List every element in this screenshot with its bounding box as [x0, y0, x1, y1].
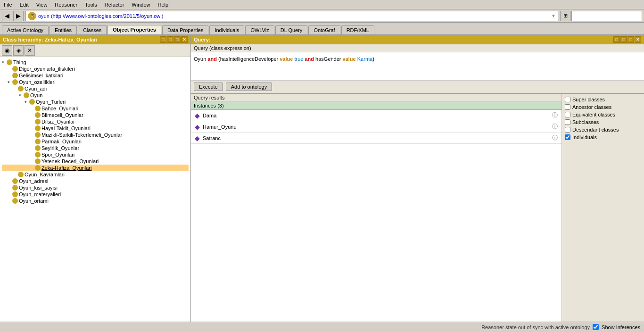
- tree-item-oyun_adr[interactable]: Oyun_adresi: [2, 178, 189, 184]
- results-header: Query results: [191, 94, 561, 102]
- checkbox-individuals[interactable]: Individuals: [565, 134, 641, 140]
- checkbox-subclasses[interactable]: Subclasses: [565, 119, 641, 125]
- tree-label-oyun_kav: Oyun_Kavramlari: [25, 172, 65, 177]
- panel-icon-1[interactable]: □: [160, 36, 166, 43]
- panel-icon-2[interactable]: □: [167, 36, 173, 43]
- query-input-area[interactable]: Oyun and (hasIntelligenceDeveloper value…: [191, 52, 644, 81]
- panel-header-icons: □ □ □ ✕: [160, 36, 188, 43]
- tab-owlviz[interactable]: OWLViz: [245, 25, 274, 34]
- tab-active-ontology[interactable]: Active Ontology: [2, 25, 49, 34]
- panel-toolbar: ◉ ◈ ✕: [0, 44, 190, 57]
- results-sidebar: Super classes Ancestor classes Equivalen…: [561, 94, 644, 322]
- checkbox-descendant-classes-input[interactable]: [565, 127, 570, 133]
- checkbox-super-classes[interactable]: Super classes: [565, 97, 641, 102]
- query-icon-3[interactable]: □: [627, 36, 634, 43]
- tree-item-thing[interactable]: ▾Thing: [2, 59, 189, 66]
- add-to-ontology-button[interactable]: Add to ontology: [226, 83, 272, 91]
- add-sibling-button[interactable]: ◈: [13, 45, 24, 56]
- instance-row-dama[interactable]: ◆ Dama ⓘ: [191, 110, 561, 121]
- instance-row-hamur[interactable]: ◆ Hamur_Oyunu ⓘ: [191, 121, 561, 133]
- tree-item-yetenek[interactable]: Yetenek-Beceri_Oyunlari: [2, 158, 189, 165]
- checkbox-descendant-classes-label: Descendant classes: [572, 127, 619, 133]
- query-header-icons: □ □ □ ✕: [613, 36, 641, 43]
- back-button[interactable]: ◀: [2, 11, 12, 21]
- tree-label-yetenek: Yetenek-Beceri_Oyunlari: [41, 158, 99, 164]
- tree-item-oyun_kisi[interactable]: Oyun_kisi_sayisi: [2, 184, 189, 191]
- menu-view[interactable]: View: [33, 1, 51, 8]
- tree-item-seyirlik[interactable]: Seyirlik_Oyunlar: [2, 145, 189, 151]
- tab-individuals[interactable]: Individuals: [209, 25, 244, 34]
- tab-data-properties[interactable]: Data Properties: [162, 25, 208, 34]
- query-icon-2[interactable]: □: [620, 36, 627, 43]
- instances-label: Instances (3): [194, 103, 224, 108]
- results-main: Query results Instances (3) ◆ Dama ⓘ ◆ H…: [191, 94, 561, 322]
- query-icon-4[interactable]: ✕: [635, 36, 641, 43]
- checkbox-subclasses-label: Subclasses: [572, 119, 599, 125]
- checkbox-subclasses-input[interactable]: [565, 119, 570, 125]
- forward-button[interactable]: ▶: [13, 11, 24, 21]
- instance-arrow-satranc: ⓘ: [552, 134, 558, 142]
- instance-row-satranc[interactable]: ◆ Satranc ⓘ: [191, 133, 561, 144]
- tab-ontograf[interactable]: OntoGraf: [308, 25, 340, 34]
- tree-label-muzikli: Muzikli-Sarkili-Tekerlemeli_Oyunlar: [41, 132, 122, 138]
- tree-label-oyun_kisi: Oyun_kisi_sayisi: [19, 185, 58, 191]
- tree-item-oyun_mat[interactable]: Oyun_materyalleri: [2, 191, 189, 198]
- menu-tools[interactable]: Tools: [81, 1, 101, 8]
- delete-class-button[interactable]: ✕: [25, 45, 35, 56]
- search-icon-button[interactable]: ⊞: [560, 11, 570, 21]
- checkbox-individuals-input[interactable]: [565, 134, 570, 140]
- query-header-label: Query:: [194, 37, 210, 42]
- query-true: true: [294, 56, 303, 62]
- tree-item-dilsiz[interactable]: Dilsiz_Oyunlar: [2, 118, 189, 125]
- owl-icon: 🦉: [28, 12, 36, 20]
- tree-item-zeka[interactable]: Zeka-Hafiza_Oyunlari: [2, 165, 189, 171]
- tree-item-bahce[interactable]: Bahce_Oyunlari: [2, 105, 189, 112]
- tree-item-parmak[interactable]: Parmak_Oyunlari: [2, 138, 189, 145]
- tree-item-gelisimsel[interactable]: Gelisimsel_katkilari: [2, 72, 189, 79]
- checkbox-equivalent-classes-input[interactable]: [565, 112, 570, 117]
- show-inferences-checkbox[interactable]: [593, 324, 599, 330]
- checkbox-super-classes-input[interactable]: [565, 97, 570, 102]
- tree-item-oyun_adi[interactable]: Oyun_adi: [2, 85, 189, 92]
- tree-item-oyun[interactable]: ▾Oyun: [2, 92, 189, 99]
- tree-label-thing: Thing: [13, 59, 26, 65]
- menu-edit[interactable]: Edit: [16, 1, 33, 8]
- search-input[interactable]: [571, 11, 642, 21]
- query-icon-1[interactable]: □: [613, 36, 620, 43]
- tree-item-diger[interactable]: Diger_oyunlarla_iliskileri: [2, 66, 189, 72]
- tab-rdf-xml[interactable]: RDF/XML: [341, 25, 374, 34]
- menu-help[interactable]: Help: [154, 1, 172, 8]
- tree-item-hayal[interactable]: Hayal-Taklit_Oyunlari: [2, 125, 189, 132]
- tree-item-oyun_kav[interactable]: Oyun_Kavramlari: [2, 171, 189, 178]
- checkbox-ancestor-classes-input[interactable]: [565, 104, 570, 110]
- menu-refactor[interactable]: Refactor: [101, 1, 128, 8]
- menu-reasoner[interactable]: Reasoner: [51, 1, 81, 8]
- tree-arrow-oyun: ▾: [19, 93, 24, 98]
- checkbox-ancestor-classes[interactable]: Ancestor classes: [565, 104, 641, 110]
- tree-dot-oyun_mat: [12, 191, 18, 197]
- tree-item-oyun_turleri[interactable]: ▾Oyun_Turleri: [2, 99, 189, 105]
- tree-item-oyun_oz[interactable]: ▾Oyun_ozellikleri: [2, 79, 189, 85]
- reasoner-status-text: Reasoner state out of sync with active o…: [481, 324, 590, 330]
- tree-item-spor[interactable]: Spor_Oyunlari: [2, 151, 189, 158]
- tree-dot-parmak: [35, 139, 41, 144]
- menu-window[interactable]: Window: [128, 1, 154, 8]
- tree-item-oyun_ort[interactable]: Oyun_ortami: [2, 198, 189, 204]
- tab-classes[interactable]: Classes: [78, 25, 107, 34]
- checkbox-descendant-classes[interactable]: Descendant classes: [565, 127, 641, 133]
- tab-dl-query[interactable]: DL Query: [275, 25, 308, 34]
- class-hierarchy-tree[interactable]: ▾ThingDiger_oyunlarla_iliskileriGelisims…: [0, 57, 190, 322]
- tree-item-bilmeceli[interactable]: Bilmeceli_Oyunlar: [2, 112, 189, 118]
- panel-icon-3[interactable]: □: [174, 36, 181, 43]
- execute-button[interactable]: Execute: [194, 83, 223, 91]
- tree-label-oyun_oz: Oyun_ozellikleri: [19, 79, 56, 85]
- tree-item-muzikli[interactable]: Muzikli-Sarkili-Tekerlemeli_Oyunlar: [2, 132, 189, 138]
- menu-file[interactable]: File: [0, 1, 16, 8]
- checkbox-equivalent-classes[interactable]: Equivalent classes: [565, 112, 641, 117]
- tab-entities[interactable]: Entities: [50, 25, 77, 34]
- panel-icon-4[interactable]: ✕: [181, 36, 188, 43]
- tree-label-oyun: Oyun: [30, 92, 42, 98]
- tree-dot-dilsiz: [35, 119, 41, 124]
- tab-object-properties[interactable]: Object Properties: [107, 25, 161, 34]
- add-class-button[interactable]: ◉: [2, 45, 12, 56]
